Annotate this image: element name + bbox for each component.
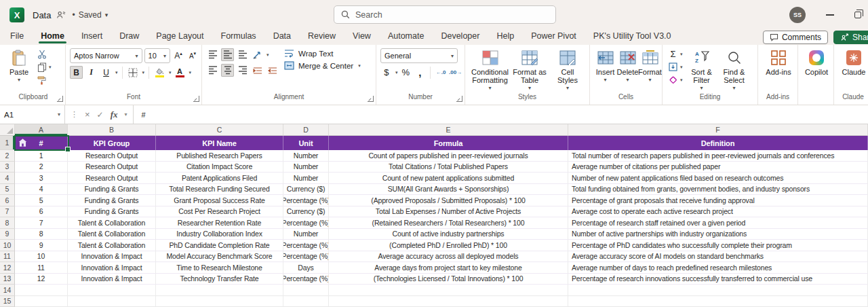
tab-file[interactable]: File [9, 31, 24, 45]
conditional-formatting-button[interactable]: Conditional Formatting▾ [469, 48, 511, 93]
bold-button[interactable]: B [70, 66, 83, 79]
cell-f10[interactable]: Percentage of PhD candidates who success… [568, 240, 868, 251]
cell-c11[interactable]: Model Accuracy Benchmark Score [156, 251, 283, 263]
header-cell-c1[interactable]: KPI Name [156, 136, 283, 150]
accounting-chevron-icon[interactable]: ▾ [395, 70, 398, 75]
excel-logo-icon[interactable]: X [9, 7, 24, 22]
header-cell-f1[interactable]: Definition [568, 136, 868, 150]
cell-d12[interactable]: Days [283, 262, 329, 274]
cell-a2[interactable]: 1 [15, 150, 68, 162]
font-name-combobox[interactable]: Aptos Narrow▾ [70, 48, 142, 63]
save-status[interactable]: • Saved ▾ [72, 10, 108, 20]
cell-e3[interactable]: Total Citations / Total Published Papers [329, 162, 568, 173]
cell-d5[interactable]: Currency ($) [283, 184, 329, 196]
column-header-a[interactable]: A [15, 124, 68, 136]
activity-people-icon[interactable] [56, 10, 66, 20]
cell-b14[interactable] [68, 285, 156, 296]
header-cell-d1[interactable]: Unit [283, 136, 329, 150]
cell-c2[interactable]: Published Research Papers [156, 150, 283, 162]
cell-f8[interactable]: Percentage of research staff retained ov… [568, 217, 868, 229]
underline-button[interactable]: U [100, 66, 113, 79]
cell-a11[interactable]: 10 [15, 251, 68, 263]
cell-f4[interactable]: Number of new patent applications filed … [568, 173, 868, 184]
row-header-7[interactable]: 7 [0, 206, 15, 218]
cell-c14[interactable] [156, 285, 283, 296]
borders-button[interactable] [127, 66, 140, 79]
comma-style-button[interactable]: , [414, 66, 426, 79]
addins-button[interactable]: Add-ins [764, 48, 793, 93]
cell-styles-button[interactable]: Cell Styles▾ [549, 48, 587, 93]
cell-a6[interactable]: 5 [15, 195, 68, 206]
cell-d3[interactable]: Number [283, 162, 329, 173]
select-all-corner[interactable] [0, 124, 15, 136]
cancel-entry-button[interactable]: × [85, 109, 90, 120]
formula-input[interactable]: # [134, 105, 868, 124]
cell-f11[interactable]: Average accuracy score of AI models on s… [568, 251, 868, 263]
bottom-align-button[interactable] [236, 48, 249, 61]
align-right-button[interactable] [236, 64, 249, 77]
find-select-button[interactable]: Find & Select ▾ [719, 48, 749, 93]
cell-b12[interactable]: Innovation & Impact [68, 262, 156, 274]
cell-a12[interactable]: 11 [15, 262, 68, 274]
borders-chevron-icon[interactable]: ▾ [142, 70, 145, 75]
merge-center-button[interactable]: Merge & Center ▾ [284, 61, 361, 70]
percent-style-button[interactable]: % [399, 66, 412, 79]
underline-chevron-icon[interactable]: ▾ [115, 70, 118, 75]
cell-e5[interactable]: SUM(All Grant Awards + Sponsorships) [329, 184, 568, 196]
cell-b2[interactable]: Research Output [68, 150, 156, 162]
row-header-13[interactable]: 13 [0, 274, 15, 285]
cell-a10[interactable]: 9 [15, 240, 68, 251]
alignment-dialog-launcher[interactable] [368, 96, 374, 102]
copilot-button[interactable]: Copilot [803, 48, 830, 93]
tab-power-pivot[interactable]: Power Pivot [530, 31, 577, 45]
cell-d8[interactable]: Percentage (%) [283, 217, 329, 229]
cell-b15[interactable] [68, 296, 156, 307]
cell-c15[interactable] [156, 296, 283, 307]
increase-indent-button[interactable] [266, 64, 279, 77]
row-header-8[interactable]: 8 [0, 217, 15, 229]
cell-b7[interactable]: Funding & Grants [68, 206, 156, 218]
cell-b3[interactable]: Research Output [68, 162, 156, 173]
cell-f3[interactable]: Average number of citations per publishe… [568, 162, 868, 173]
increase-font-size-button[interactable]: A▴ [172, 50, 184, 62]
format-cells-button[interactable]: Format▾ [639, 48, 661, 93]
cell-a8[interactable]: 7 [15, 217, 68, 229]
row-header-1[interactable]: 1 [0, 136, 15, 150]
tab-draw[interactable]: Draw [119, 31, 140, 45]
insert-cells-button[interactable]: Insert▾ [594, 48, 616, 93]
cell-a7[interactable]: 6 [15, 206, 68, 218]
format-as-table-button[interactable]: Format as Table▾ [511, 48, 549, 93]
column-header-b[interactable]: B [68, 124, 156, 136]
fill-color-chevron-icon[interactable]: ▾ [169, 70, 172, 75]
tab-help[interactable]: Help [496, 31, 515, 45]
orientation-button[interactable] [251, 48, 264, 61]
search-input[interactable]: Search [334, 5, 556, 24]
confirm-entry-button[interactable]: ✓ [97, 110, 104, 120]
clear-button[interactable] [667, 73, 679, 86]
font-color-chevron-icon[interactable]: ▾ [189, 70, 192, 75]
cell-d7[interactable]: Currency ($) [283, 206, 329, 218]
cell-e2[interactable]: Count of papers published in peer-review… [329, 150, 568, 162]
fill-button[interactable] [667, 60, 679, 73]
cell-d11[interactable]: Percentage (%) [283, 251, 329, 263]
cell-d6[interactable]: Percentage (%) [283, 195, 329, 206]
comments-button[interactable]: Comments [763, 31, 828, 44]
cell-d15[interactable] [283, 296, 329, 307]
cell-f7[interactable]: Average cost to operate each active rese… [568, 206, 868, 218]
cell-b6[interactable]: Funding & Grants [68, 195, 156, 206]
number-dialog-launcher[interactable] [456, 96, 462, 102]
cell-e8[interactable]: (Retained Researchers / Total Researcher… [329, 217, 568, 229]
increase-decimal-button[interactable]: ←.0 [435, 66, 447, 79]
row-header-15[interactable]: 15 [0, 296, 15, 307]
autosum-chevron-icon[interactable]: ▾ [680, 52, 683, 57]
share-button[interactable]: Share [833, 31, 868, 44]
cell-b11[interactable]: Innovation & Impact [68, 251, 156, 263]
paste-button[interactable]: Paste ▾ [5, 48, 33, 93]
cell-e11[interactable]: Average accuracy across all deployed mod… [329, 251, 568, 263]
cell-e6[interactable]: (Approved Proposals / Submitted Proposal… [329, 195, 568, 206]
row-header-10[interactable]: 10 [0, 240, 15, 251]
cell-c5[interactable]: Total Research Funding Secured [156, 184, 283, 196]
font-color-button[interactable]: A [174, 66, 186, 79]
cell-e12[interactable]: Average days from project start to key m… [329, 262, 568, 274]
formula-bar-splitter-icon[interactable]: ⋮ [71, 110, 78, 119]
